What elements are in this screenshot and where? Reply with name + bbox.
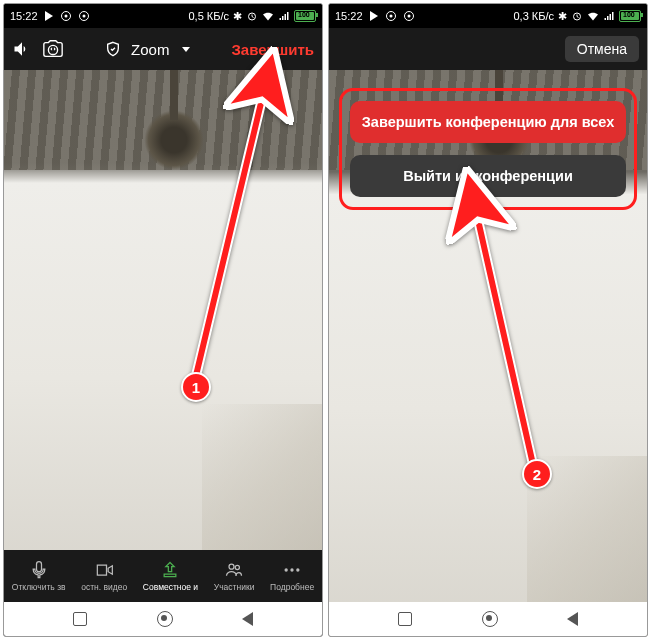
shield-icon[interactable] — [105, 41, 121, 57]
camera-flip-icon[interactable] — [42, 38, 64, 60]
more-label: Подробнее — [270, 582, 314, 592]
more-icon — [282, 560, 302, 580]
android-nav-bar — [4, 602, 322, 636]
video-button[interactable]: остн. видео — [81, 560, 127, 592]
chrome-icon — [403, 10, 415, 22]
status-bar: 15:22 0,3 КБ/с ✱ 100 — [329, 4, 647, 28]
zoom-top-bar: Отмена — [329, 28, 647, 70]
participants-button[interactable]: Участники — [214, 560, 255, 592]
end-meeting-modal: Завершить конференцию для всех Выйти из … — [339, 88, 637, 210]
app-title[interactable]: Zoom — [131, 41, 169, 58]
svg-point-13 — [389, 15, 392, 18]
status-time: 15:22 — [335, 10, 363, 22]
end-for-all-button[interactable]: Завершить конференцию для всех — [350, 101, 626, 143]
mic-icon — [29, 560, 49, 580]
chevron-down-icon[interactable] — [182, 47, 190, 52]
svg-point-6 — [235, 565, 239, 569]
status-data-rate: 0,3 КБ/с — [513, 10, 554, 22]
bluetooth-icon: ✱ — [558, 10, 567, 23]
status-time: 15:22 — [10, 10, 38, 22]
browser-icon — [385, 10, 397, 22]
signal-icon — [603, 10, 615, 22]
mute-label: Отключить зв — [12, 582, 66, 592]
status-bar: 15:22 0,5 КБ/с ✱ 100 — [4, 4, 322, 28]
nav-home-icon[interactable] — [157, 611, 173, 627]
play-icon — [45, 11, 53, 21]
phone-frame-left: 15:22 0,5 КБ/с ✱ 100 Zoom Завершить Откл… — [3, 3, 323, 637]
wifi-icon — [587, 10, 599, 22]
annotation-badge-1: 1 — [181, 372, 211, 402]
svg-point-9 — [296, 568, 299, 571]
phone-frame-right: 15:22 0,3 КБ/с ✱ 100 Отмена Завершить ко… — [328, 3, 648, 637]
signal-icon — [278, 10, 290, 22]
more-button[interactable]: Подробнее — [270, 560, 314, 592]
nav-home-icon[interactable] — [482, 611, 498, 627]
android-nav-bar — [329, 602, 647, 636]
share-button[interactable]: Совместное и — [143, 560, 198, 592]
leave-meeting-button[interactable]: Выйти из конференции — [350, 155, 626, 197]
battery-icon: 100 — [619, 10, 641, 22]
status-data-rate: 0,5 КБ/с — [188, 10, 229, 22]
video-view[interactable]: Завершить конференцию для всех Выйти из … — [329, 70, 647, 636]
play-icon — [370, 11, 378, 21]
video-view[interactable] — [4, 70, 322, 584]
share-label: Совместное и — [143, 582, 198, 592]
battery-icon: 100 — [294, 10, 316, 22]
svg-point-7 — [285, 568, 288, 571]
nav-back-icon[interactable] — [242, 612, 253, 626]
nav-back-icon[interactable] — [567, 612, 578, 626]
zoom-top-bar: Zoom Завершить — [4, 28, 322, 70]
svg-point-15 — [407, 15, 410, 18]
svg-point-3 — [82, 15, 85, 18]
participants-label: Участники — [214, 582, 255, 592]
svg-point-1 — [64, 15, 67, 18]
bluetooth-icon: ✱ — [233, 10, 242, 23]
alarm-icon — [246, 10, 258, 22]
video-label: остн. видео — [81, 582, 127, 592]
participants-icon — [224, 560, 244, 580]
alarm-icon — [571, 10, 583, 22]
svg-point-5 — [229, 564, 234, 569]
zoom-bottom-bar: Отключить зв остн. видео Совместное и Уч… — [4, 550, 322, 602]
annotation-badge-2: 2 — [522, 459, 552, 489]
nav-recents-icon[interactable] — [398, 612, 412, 626]
svg-point-8 — [290, 568, 293, 571]
share-icon — [160, 560, 180, 580]
ceiling-lamp-shape — [144, 110, 204, 170]
mute-button[interactable]: Отключить зв — [12, 560, 66, 592]
end-button[interactable]: Завершить — [231, 41, 314, 58]
speaker-icon[interactable] — [12, 39, 32, 59]
wifi-icon — [262, 10, 274, 22]
browser-icon — [60, 10, 72, 22]
video-icon — [94, 560, 114, 580]
nav-recents-icon[interactable] — [73, 612, 87, 626]
chrome-icon — [78, 10, 90, 22]
cancel-button[interactable]: Отмена — [565, 36, 639, 62]
